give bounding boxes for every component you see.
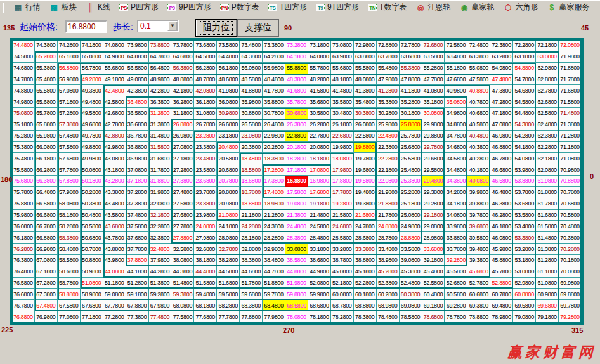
toolbar-item-t-table[interactable]: TNT数字表 xyxy=(363,1,411,13)
grid-cell[interactable]: 44.1800 xyxy=(126,266,149,278)
grid-cell[interactable]: 61.8800 xyxy=(536,187,559,198)
grid-cell[interactable]: 34.2800 xyxy=(445,187,467,198)
grid-cell[interactable]: 73.8800 xyxy=(149,40,172,51)
grid-cell[interactable]: 65.9800 xyxy=(35,131,58,142)
grid-cell[interactable]: 42.9800 xyxy=(103,142,126,153)
grid-cell[interactable]: 23.8800 xyxy=(194,198,217,210)
grid-cell[interactable]: 78.2800 xyxy=(331,311,354,323)
toolbar-item-p-table[interactable]: PNP数字表 xyxy=(216,1,264,13)
grid-cell[interactable]: 28.5800 xyxy=(331,232,354,244)
grid-cell[interactable]: 75.0800 xyxy=(12,108,35,119)
grid-cell[interactable]: 75.8800 xyxy=(12,198,35,210)
grid-cell[interactable]: 42.0800 xyxy=(194,85,217,96)
grid-cell[interactable]: 26.3800 xyxy=(285,119,308,131)
grid-cell[interactable]: 69.0800 xyxy=(400,300,422,311)
grid-cell[interactable]: 62.7800 xyxy=(536,85,559,96)
grid-cell[interactable]: 71.2800 xyxy=(559,131,582,142)
grid-cell[interactable]: 72.4800 xyxy=(467,40,490,51)
grid-cell[interactable]: 32.6800 xyxy=(194,244,217,255)
grid-cell[interactable]: 39.2800 xyxy=(445,255,467,266)
grid-cell[interactable]: 36.3800 xyxy=(149,96,172,108)
grid-cell[interactable]: 38.9800 xyxy=(377,255,400,266)
grid-cell[interactable]: 17.1800 xyxy=(285,164,308,176)
grid-cell[interactable]: 38.5800 xyxy=(285,255,308,266)
grid-cell[interactable]: 59.2800 xyxy=(149,289,172,300)
grid-cell[interactable]: 78.0800 xyxy=(285,311,308,323)
grid-cell[interactable]: 35.0800 xyxy=(445,96,467,108)
grid-cell[interactable]: 47.1800 xyxy=(490,108,513,119)
grid-cell[interactable]: 34.8800 xyxy=(445,119,467,131)
grid-cell[interactable]: 71.0800 xyxy=(559,153,582,164)
grid-cell[interactable]: 67.8800 xyxy=(126,300,149,311)
grid-cell[interactable]: 59.7800 xyxy=(263,289,285,300)
grid-cell[interactable]: 64.2800 xyxy=(263,51,285,63)
grid-cell[interactable]: 29.9800 xyxy=(422,119,445,131)
grid-cell[interactable]: 75.3800 xyxy=(12,142,35,153)
grid-cell[interactable]: 52.9800 xyxy=(513,278,536,289)
grid-cell[interactable]: 55.4800 xyxy=(377,63,400,74)
grid-cell[interactable]: 70.6800 xyxy=(559,198,582,210)
grid-cell[interactable]: 43.7800 xyxy=(103,232,126,244)
grid-cell[interactable]: 40.6800 xyxy=(467,108,490,119)
grid-cell[interactable]: 60.5800 xyxy=(445,289,467,300)
grid-cell[interactable]: 78.5800 xyxy=(400,311,422,323)
grid-cell[interactable]: 30.7800 xyxy=(263,108,285,119)
grid-cell[interactable]: 19.4800 xyxy=(354,187,377,198)
grid-cell[interactable]: 46.9800 xyxy=(490,131,513,142)
grid-cell[interactable]: 56.2800 xyxy=(194,63,217,74)
grid-cell[interactable]: 74.1800 xyxy=(81,40,103,51)
grid-cell[interactable]: 28.8800 xyxy=(400,232,422,244)
grid-cell[interactable]: 50.1800 xyxy=(81,176,103,187)
grid-cell[interactable]: 21.2800 xyxy=(263,210,285,221)
grid-cell[interactable]: 21.0800 xyxy=(217,210,240,221)
grid-cell[interactable]: 55.6800 xyxy=(331,63,354,74)
grid-cell[interactable]: 72.0800 xyxy=(559,40,582,51)
grid-cell[interactable]: 46.8800 xyxy=(490,142,513,153)
grid-cell[interactable]: 77.6800 xyxy=(194,311,217,323)
grid-cell[interactable]: 71.6800 xyxy=(559,85,582,96)
grid-cell[interactable]: 37.9800 xyxy=(149,255,172,266)
support-button[interactable]: 支撑位 xyxy=(237,19,279,37)
grid-cell[interactable]: 71.1800 xyxy=(559,142,582,153)
grid-cell[interactable]: 70.0800 xyxy=(559,266,582,278)
grid-cell[interactable]: 77.1800 xyxy=(81,311,103,323)
grid-cell[interactable]: 37.6800 xyxy=(126,232,149,244)
grid-cell[interactable]: 67.7800 xyxy=(103,300,126,311)
grid-cell[interactable]: 32.1800 xyxy=(149,210,172,221)
grid-cell[interactable]: 68.0800 xyxy=(171,300,194,311)
grid-cell[interactable]: 32.4800 xyxy=(149,244,172,255)
grid-cell[interactable]: 40.9800 xyxy=(445,85,467,96)
grid-cell[interactable]: 47.4800 xyxy=(490,74,513,86)
grid-cell[interactable]: 44.5800 xyxy=(217,266,240,278)
grid-cell[interactable]: 64.5800 xyxy=(194,51,217,63)
grid-cell[interactable]: 67.5800 xyxy=(58,300,81,311)
grid-cell[interactable]: 53.5800 xyxy=(513,210,536,221)
grid-cell[interactable]: 51.7800 xyxy=(240,278,263,289)
grid-cell[interactable]: 53.3800 xyxy=(513,232,536,244)
grid-cell[interactable]: 26.9800 xyxy=(171,131,194,142)
grid-cell[interactable]: 60.6800 xyxy=(467,289,490,300)
grid-cell[interactable]: 21.5800 xyxy=(331,210,354,221)
grid-cell[interactable]: 37.3800 xyxy=(126,198,149,210)
grid-cell[interactable]: 55.1800 xyxy=(445,63,467,74)
grid-cell[interactable]: 20.3800 xyxy=(240,142,263,153)
grid-cell[interactable]: 66.8800 xyxy=(35,232,58,244)
grid-cell[interactable]: 24.4800 xyxy=(285,221,308,232)
grid-cell[interactable]: 60.3800 xyxy=(400,289,422,300)
grid-cell[interactable]: 49.2800 xyxy=(81,74,103,86)
grid-cell[interactable]: 49.0800 xyxy=(126,74,149,86)
grid-cell[interactable]: 30.3800 xyxy=(354,108,377,119)
grid-cell[interactable]: 68.7800 xyxy=(331,300,354,311)
grid-cell[interactable]: 63.1800 xyxy=(513,51,536,63)
grid-cell[interactable]: 33.9800 xyxy=(445,221,467,232)
grid-cell[interactable]: 57.9800 xyxy=(58,187,81,198)
grid-cell[interactable]: 38.7800 xyxy=(331,255,354,266)
grid-cell[interactable]: 41.2800 xyxy=(377,85,400,96)
grid-cell[interactable]: 44.8800 xyxy=(285,266,308,278)
grid-cell[interactable]: 49.4800 xyxy=(81,96,103,108)
grid-cell[interactable]: 67.1800 xyxy=(35,266,58,278)
grid-cell[interactable]: 69.6800 xyxy=(536,300,559,311)
grid-cell[interactable]: 36.0800 xyxy=(217,96,240,108)
grid-cell[interactable]: 54.1800 xyxy=(513,142,536,153)
grid-cell[interactable]: 47.5800 xyxy=(467,74,490,86)
